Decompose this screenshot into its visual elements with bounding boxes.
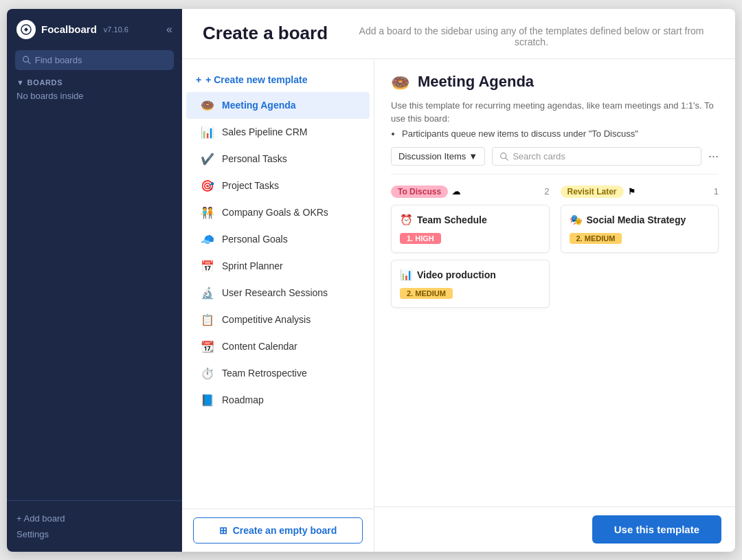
bullet-item: Participants queue new items to discuss … xyxy=(402,128,719,139)
card-icon-social-media: 🎭 xyxy=(570,214,583,226)
template-icon-sales-pipeline: 📊 xyxy=(200,126,215,139)
view-label: Discussion Items xyxy=(398,151,466,161)
template-label-project-tasks: Project Tasks xyxy=(222,180,279,191)
create-template-label: + Create new template xyxy=(205,74,307,85)
search-cards-icon xyxy=(499,152,508,161)
sidebar-footer: + Add board Settings xyxy=(7,500,182,552)
focalboard-icon xyxy=(16,20,36,39)
template-label-user-research: User Research Sessions xyxy=(222,287,328,298)
template-label-team-retrospective: Team Retrospective xyxy=(222,368,307,379)
template-icon-sprint-planner: 📅 xyxy=(200,260,215,273)
template-item-team-retrospective[interactable]: ⏱️ Team Retrospective xyxy=(186,360,370,387)
template-icon-content-calendar: 📆 xyxy=(200,340,215,353)
search-icon xyxy=(22,55,31,65)
preview-title-area: 🍩 Meeting Agenda xyxy=(391,73,719,92)
preview-template-icon: 🍩 xyxy=(391,74,409,92)
page-title: Create a board xyxy=(203,23,328,44)
template-item-content-calendar[interactable]: 📆 Content Calendar xyxy=(186,333,370,360)
search-bar[interactable] xyxy=(15,50,174,70)
template-item-meeting-agenda[interactable]: 🍩 Meeting Agenda xyxy=(186,92,370,119)
boards-section: ▼ BOARDS No boards inside xyxy=(7,78,182,107)
template-label-content-calendar: Content Calendar xyxy=(222,341,297,352)
svg-line-2 xyxy=(28,61,30,63)
template-list-scroll: + + Create new template 🍩 Meeting Agenda… xyxy=(182,59,374,508)
app-name: Focalboard xyxy=(41,23,97,35)
kanban-col-revisit-later: Revisit Later ⚑ 1 🎭 Social Media Strateg… xyxy=(561,186,719,315)
col-count-to-discuss: 2 xyxy=(544,186,549,197)
template-item-competitive-analysis[interactable]: 📋 Competitive Analysis xyxy=(186,306,370,333)
template-icon-team-retrospective: ⏱️ xyxy=(200,367,215,380)
settings-button[interactable]: Settings xyxy=(16,526,49,542)
collapse-sidebar-button[interactable]: « xyxy=(166,23,172,36)
priority-badge-team-schedule: 1. HIGH xyxy=(400,233,441,244)
flag-icon: ⚑ xyxy=(628,187,636,197)
kanban-col-to-discuss: To Discuss ☁ 2 ⏰ Team Schedule 1. HIGH 📊 xyxy=(391,186,550,315)
card-title-team-schedule: ⏰ Team Schedule xyxy=(400,214,541,226)
col-badge-revisit-later: Revisit Later xyxy=(561,186,624,198)
search-input[interactable] xyxy=(35,55,167,65)
template-preview: 🍩 Meeting Agenda Use this template for r… xyxy=(374,59,735,552)
board-icon: ⊞ xyxy=(219,525,227,536)
card-title-video-production: 📊 Video production xyxy=(400,269,541,281)
template-icon-user-research: 🔬 xyxy=(200,287,215,300)
boards-label: ▼ BOARDS xyxy=(16,78,172,87)
template-icon-personal-tasks: ✔️ xyxy=(200,153,215,166)
create-template-button[interactable]: + + Create new template xyxy=(182,67,374,92)
preview-controls: Discussion Items ▼ Search cards ··· xyxy=(391,147,719,175)
kanban-card-team-schedule[interactable]: ⏰ Team Schedule 1. HIGH xyxy=(391,205,550,253)
template-item-personal-tasks[interactable]: ✔️ Personal Tasks xyxy=(186,146,370,172)
search-cards-bar[interactable]: Search cards xyxy=(492,147,701,166)
template-item-project-tasks[interactable]: 🎯 Project Tasks xyxy=(186,172,370,199)
use-template-button[interactable]: Use this template xyxy=(592,515,721,544)
template-item-personal-goals[interactable]: 🧢 Personal Goals xyxy=(186,226,370,253)
kanban-board: To Discuss ☁ 2 ⏰ Team Schedule 1. HIGH 📊 xyxy=(391,186,719,315)
add-board-button[interactable]: + Add board xyxy=(16,511,65,526)
priority-badge-social-media: 2. MEDIUM xyxy=(570,233,622,244)
create-empty-board-button[interactable]: ⊞ Create an empty board xyxy=(193,517,363,544)
svg-line-4 xyxy=(506,157,508,159)
template-icon-company-goals: 🧑‍🤝‍🧑 xyxy=(200,206,215,219)
kanban-card-social-media[interactable]: 🎭 Social Media Strategy 2. MEDIUM xyxy=(561,205,719,253)
preview-footer: Use this template xyxy=(374,506,735,552)
template-label-company-goals: Company Goals & OKRs xyxy=(222,207,328,218)
main-body: + + Create new template 🍩 Meeting Agenda… xyxy=(182,59,735,552)
col-header-revisit-later: Revisit Later ⚑ 1 xyxy=(561,186,719,198)
priority-badge-video-production: 2. MEDIUM xyxy=(400,288,453,299)
template-icon-roadmap: 📘 xyxy=(200,394,215,407)
page-subtitle: Add a board to the sidebar using any of … xyxy=(348,23,715,47)
create-empty-label: Create an empty board xyxy=(233,525,337,536)
template-icon-project-tasks: 🎯 xyxy=(200,179,215,192)
col-title-revisit-later: Revisit Later ⚑ xyxy=(561,186,636,198)
view-select[interactable]: Discussion Items ▼ xyxy=(391,147,485,166)
card-title-social-media: 🎭 Social Media Strategy xyxy=(570,214,710,226)
template-items-container: 🍩 Meeting Agenda 📊 Sales Pipeline CRM ✔️… xyxy=(182,92,374,414)
col-header-to-discuss: To Discuss ☁ 2 xyxy=(391,186,550,198)
more-options-button[interactable]: ··· xyxy=(708,149,719,164)
template-icon-competitive-analysis: 📋 xyxy=(200,313,215,326)
template-item-user-research[interactable]: 🔬 User Research Sessions xyxy=(186,280,370,306)
template-list-footer: ⊞ Create an empty board xyxy=(182,508,374,552)
plus-icon: + xyxy=(196,74,201,85)
preview-title: Meeting Agenda xyxy=(418,73,534,91)
preview-body: 🍩 Meeting Agenda Use this template for r… xyxy=(374,59,735,506)
template-item-roadmap[interactable]: 📘 Roadmap xyxy=(186,387,370,414)
preview-bullets: Participants queue new items to discuss … xyxy=(391,128,719,139)
kanban-card-video-production[interactable]: 📊 Video production 2. MEDIUM xyxy=(391,260,550,308)
template-item-sprint-planner[interactable]: 📅 Sprint Planner xyxy=(186,253,370,280)
main-header: Create a board Add a board to the sideba… xyxy=(182,9,735,59)
template-icon-meeting-agenda: 🍩 xyxy=(200,99,215,112)
card-icon-video-production: 📊 xyxy=(400,269,413,281)
no-boards-message: No boards inside xyxy=(16,91,172,101)
cloud-icon: ☁ xyxy=(452,187,460,197)
template-item-company-goals[interactable]: 🧑‍🤝‍🧑 Company Goals & OKRs xyxy=(186,199,370,226)
app-version: v7.10.6 xyxy=(104,25,128,34)
template-label-roadmap: Roadmap xyxy=(222,394,264,405)
card-icon-team-schedule: ⏰ xyxy=(400,214,413,226)
template-label-personal-goals: Personal Goals xyxy=(222,234,288,245)
main-content: Create a board Add a board to the sideba… xyxy=(182,9,735,552)
col-count-revisit-later: 1 xyxy=(714,186,719,197)
template-item-sales-pipeline[interactable]: 📊 Sales Pipeline CRM xyxy=(186,119,370,146)
template-label-sprint-planner: Sprint Planner xyxy=(222,260,283,271)
search-cards-placeholder: Search cards xyxy=(513,151,565,161)
chevron-down-icon: ▼ xyxy=(469,151,477,161)
